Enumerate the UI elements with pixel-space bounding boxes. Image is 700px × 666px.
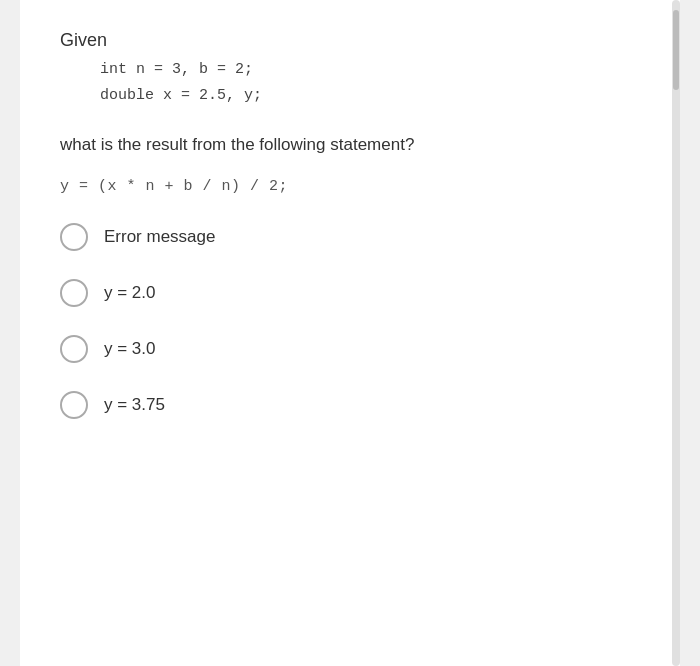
code-line-1: int n = 3, b = 2;	[100, 57, 640, 83]
radio-circle-opt-error[interactable]	[60, 223, 88, 251]
question-text: what is the result from the following st…	[60, 132, 640, 158]
given-heading: Given	[60, 30, 640, 51]
option-item-opt-y375[interactable]: y = 3.75	[60, 391, 640, 419]
scrollbar-thumb	[673, 10, 679, 90]
question-card: Given int n = 3, b = 2; double x = 2.5, …	[20, 0, 680, 666]
radio-circle-opt-y2[interactable]	[60, 279, 88, 307]
option-item-opt-y3[interactable]: y = 3.0	[60, 335, 640, 363]
option-label-opt-y2: y = 2.0	[104, 283, 156, 303]
radio-circle-opt-y3[interactable]	[60, 335, 88, 363]
scrollbar[interactable]	[672, 0, 680, 666]
option-label-opt-y375: y = 3.75	[104, 395, 165, 415]
code-line-2: double x = 2.5, y;	[100, 83, 640, 109]
expression-line: y = (x * n + b / n) / 2;	[60, 178, 640, 195]
code-block: int n = 3, b = 2; double x = 2.5, y;	[100, 57, 640, 108]
option-label-opt-y3: y = 3.0	[104, 339, 156, 359]
option-item-opt-error[interactable]: Error message	[60, 223, 640, 251]
option-label-opt-error: Error message	[104, 227, 215, 247]
radio-circle-opt-y375[interactable]	[60, 391, 88, 419]
options-list: Error messagey = 2.0y = 3.0y = 3.75	[60, 223, 640, 419]
option-item-opt-y2[interactable]: y = 2.0	[60, 279, 640, 307]
